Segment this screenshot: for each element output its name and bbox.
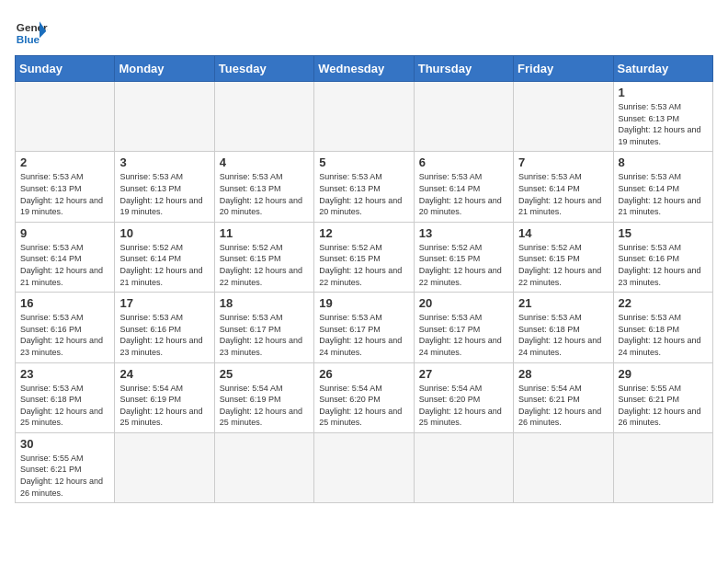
page-header: General Blue: [15, 15, 713, 48]
column-header-monday: Monday: [115, 56, 214, 82]
calendar-cell: 2Sunrise: 5:53 AMSunset: 6:13 PMDaylight…: [16, 152, 115, 222]
calendar-cell: 29Sunrise: 5:55 AMSunset: 6:21 PMDayligh…: [613, 362, 712, 432]
day-number: 14: [518, 226, 608, 240]
calendar-cell: [115, 82, 214, 152]
day-info: Sunrise: 5:53 AMSunset: 6:18 PMDaylight:…: [20, 383, 109, 429]
day-number: 29: [619, 367, 708, 381]
day-info: Sunrise: 5:54 AMSunset: 6:20 PMDaylight:…: [419, 383, 508, 429]
day-number: 16: [20, 296, 109, 310]
day-info: Sunrise: 5:54 AMSunset: 6:19 PMDaylight:…: [119, 383, 209, 429]
calendar-table: SundayMondayTuesdayWednesdayThursdayFrid…: [15, 55, 713, 503]
calendar-cell: [115, 432, 214, 502]
day-number: 3: [119, 155, 209, 169]
calendar-week-0: 1Sunrise: 5:53 AMSunset: 6:13 PMDaylight…: [16, 82, 713, 152]
calendar-cell: 16Sunrise: 5:53 AMSunset: 6:16 PMDayligh…: [16, 293, 115, 362]
calendar-cell: 14Sunrise: 5:52 AMSunset: 6:15 PMDayligh…: [514, 222, 613, 292]
calendar-cell: 4Sunrise: 5:53 AMSunset: 6:13 PMDaylight…: [214, 152, 313, 222]
day-number: 15: [619, 226, 708, 240]
day-number: 28: [518, 367, 608, 381]
calendar-week-5: 30Sunrise: 5:55 AMSunset: 6:21 PMDayligh…: [16, 432, 713, 502]
column-header-thursday: Thursday: [414, 56, 513, 82]
day-info: Sunrise: 5:53 AMSunset: 6:14 PMDaylight:…: [419, 171, 508, 217]
calendar-cell: 7Sunrise: 5:53 AMSunset: 6:14 PMDaylight…: [514, 152, 613, 222]
calendar-cell: 30Sunrise: 5:55 AMSunset: 6:21 PMDayligh…: [16, 432, 115, 502]
day-info: Sunrise: 5:53 AMSunset: 6:13 PMDaylight:…: [220, 171, 309, 217]
calendar-cell: 23Sunrise: 5:53 AMSunset: 6:18 PMDayligh…: [16, 362, 115, 432]
calendar-week-4: 23Sunrise: 5:53 AMSunset: 6:18 PMDayligh…: [16, 362, 713, 432]
day-number: 18: [220, 296, 309, 310]
day-info: Sunrise: 5:53 AMSunset: 6:17 PMDaylight:…: [419, 312, 508, 358]
column-header-sunday: Sunday: [16, 56, 115, 82]
calendar-cell: 22Sunrise: 5:53 AMSunset: 6:18 PMDayligh…: [613, 293, 712, 362]
column-header-tuesday: Tuesday: [214, 56, 313, 82]
day-info: Sunrise: 5:53 AMSunset: 6:14 PMDaylight:…: [20, 242, 109, 288]
day-info: Sunrise: 5:52 AMSunset: 6:15 PMDaylight:…: [419, 242, 508, 288]
svg-text:Blue: Blue: [17, 33, 40, 45]
calendar-cell: [514, 432, 613, 502]
calendar-week-1: 2Sunrise: 5:53 AMSunset: 6:13 PMDaylight…: [16, 152, 713, 222]
day-info: Sunrise: 5:53 AMSunset: 6:14 PMDaylight:…: [518, 171, 608, 217]
calendar-cell: 28Sunrise: 5:54 AMSunset: 6:21 PMDayligh…: [514, 362, 613, 432]
day-info: Sunrise: 5:55 AMSunset: 6:21 PMDaylight:…: [20, 453, 109, 499]
calendar-cell: 3Sunrise: 5:53 AMSunset: 6:13 PMDaylight…: [115, 152, 214, 222]
calendar-week-2: 9Sunrise: 5:53 AMSunset: 6:14 PMDaylight…: [16, 222, 713, 292]
day-info: Sunrise: 5:52 AMSunset: 6:15 PMDaylight:…: [518, 242, 608, 288]
calendar-cell: 18Sunrise: 5:53 AMSunset: 6:17 PMDayligh…: [214, 293, 313, 362]
day-number: 17: [119, 296, 209, 310]
calendar-cell: 15Sunrise: 5:53 AMSunset: 6:16 PMDayligh…: [613, 222, 712, 292]
calendar-cell: 8Sunrise: 5:53 AMSunset: 6:14 PMDaylight…: [613, 152, 712, 222]
calendar-cell: 13Sunrise: 5:52 AMSunset: 6:15 PMDayligh…: [414, 222, 513, 292]
calendar-cell: 1Sunrise: 5:53 AMSunset: 6:13 PMDaylight…: [613, 82, 712, 152]
day-info: Sunrise: 5:53 AMSunset: 6:13 PMDaylight:…: [619, 101, 708, 147]
calendar-header-row: SundayMondayTuesdayWednesdayThursdayFrid…: [16, 56, 713, 82]
calendar-cell: 26Sunrise: 5:54 AMSunset: 6:20 PMDayligh…: [314, 362, 414, 432]
calendar-cell: [514, 82, 613, 152]
calendar-cell: [314, 432, 414, 502]
day-info: Sunrise: 5:53 AMSunset: 6:17 PMDaylight:…: [220, 312, 309, 358]
day-info: Sunrise: 5:53 AMSunset: 6:13 PMDaylight:…: [119, 171, 209, 217]
day-number: 10: [119, 226, 209, 240]
day-number: 19: [319, 296, 408, 310]
day-number: 2: [20, 155, 109, 169]
calendar-cell: 9Sunrise: 5:53 AMSunset: 6:14 PMDaylight…: [16, 222, 115, 292]
day-number: 8: [619, 155, 708, 169]
day-info: Sunrise: 5:52 AMSunset: 6:15 PMDaylight:…: [220, 242, 309, 288]
day-info: Sunrise: 5:53 AMSunset: 6:16 PMDaylight:…: [119, 312, 209, 358]
calendar-cell: 17Sunrise: 5:53 AMSunset: 6:16 PMDayligh…: [115, 293, 214, 362]
logo: General Blue: [15, 15, 48, 48]
day-number: 20: [419, 296, 508, 310]
day-info: Sunrise: 5:53 AMSunset: 6:18 PMDaylight:…: [619, 312, 708, 358]
day-info: Sunrise: 5:54 AMSunset: 6:19 PMDaylight:…: [220, 383, 309, 429]
calendar-cell: [414, 432, 513, 502]
day-number: 6: [419, 155, 508, 169]
day-number: 4: [220, 155, 309, 169]
column-header-saturday: Saturday: [613, 56, 712, 82]
day-number: 21: [518, 296, 608, 310]
calendar-cell: 10Sunrise: 5:52 AMSunset: 6:14 PMDayligh…: [115, 222, 214, 292]
day-info: Sunrise: 5:52 AMSunset: 6:14 PMDaylight:…: [119, 242, 209, 288]
day-number: 13: [419, 226, 508, 240]
column-header-wednesday: Wednesday: [314, 56, 414, 82]
calendar-week-3: 16Sunrise: 5:53 AMSunset: 6:16 PMDayligh…: [16, 293, 713, 362]
calendar-cell: [16, 82, 115, 152]
calendar-cell: 27Sunrise: 5:54 AMSunset: 6:20 PMDayligh…: [414, 362, 513, 432]
day-number: 7: [518, 155, 608, 169]
calendar-cell: 12Sunrise: 5:52 AMSunset: 6:15 PMDayligh…: [314, 222, 414, 292]
day-info: Sunrise: 5:53 AMSunset: 6:17 PMDaylight:…: [319, 312, 408, 358]
calendar-cell: [214, 82, 313, 152]
day-info: Sunrise: 5:52 AMSunset: 6:15 PMDaylight:…: [319, 242, 408, 288]
day-info: Sunrise: 5:54 AMSunset: 6:20 PMDaylight:…: [319, 383, 408, 429]
day-info: Sunrise: 5:53 AMSunset: 6:16 PMDaylight:…: [619, 242, 708, 288]
day-number: 9: [20, 226, 109, 240]
day-number: 11: [220, 226, 309, 240]
day-number: 23: [20, 367, 109, 381]
calendar-cell: 19Sunrise: 5:53 AMSunset: 6:17 PMDayligh…: [314, 293, 414, 362]
calendar-cell: 21Sunrise: 5:53 AMSunset: 6:18 PMDayligh…: [514, 293, 613, 362]
calendar-cell: [613, 432, 712, 502]
day-number: 27: [419, 367, 508, 381]
calendar-cell: 6Sunrise: 5:53 AMSunset: 6:14 PMDaylight…: [414, 152, 513, 222]
day-number: 22: [619, 296, 708, 310]
calendar-cell: 24Sunrise: 5:54 AMSunset: 6:19 PMDayligh…: [115, 362, 214, 432]
day-info: Sunrise: 5:55 AMSunset: 6:21 PMDaylight:…: [619, 383, 708, 429]
day-number: 1: [619, 86, 708, 99]
